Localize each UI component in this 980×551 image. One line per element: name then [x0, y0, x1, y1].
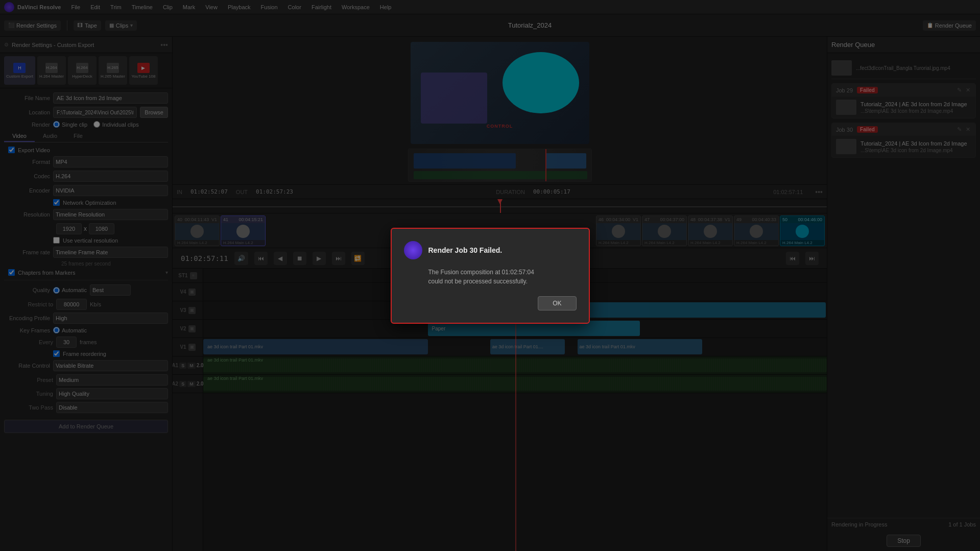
dialog-message: The Fusion composition at 01:02:57:04 co…	[404, 268, 577, 286]
dialog-message-line1: The Fusion composition at 01:02:57:04	[428, 268, 577, 277]
dialog-overlay: Render Job 30 Failed. The Fusion composi…	[0, 0, 980, 551]
dialog-header: Render Job 30 Failed.	[404, 241, 577, 259]
dialog-footer: OK	[404, 296, 577, 310]
dialog-title: Render Job 30 Failed.	[428, 246, 503, 254]
dialog-ok-btn[interactable]: OK	[538, 296, 576, 310]
render-failed-dialog: Render Job 30 Failed. The Fusion composi…	[391, 228, 590, 324]
dialog-davinci-icon	[404, 241, 422, 259]
dialog-message-line2: could not be processed successfully.	[428, 277, 577, 286]
